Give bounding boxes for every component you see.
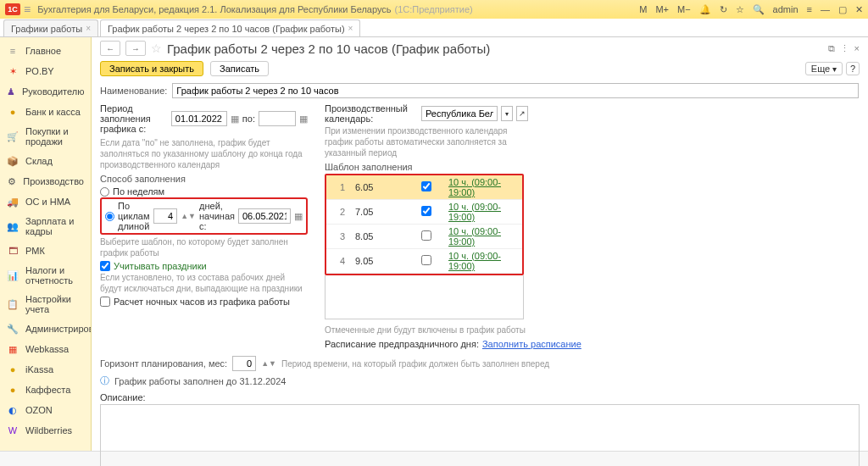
radio-by-weeks[interactable]	[100, 187, 109, 197]
sidebar-item[interactable]: WWildberries	[0, 420, 91, 441]
sidebar-item[interactable]: ●iKassa	[0, 359, 91, 380]
titlebar: 1C ≡ Бухгалтерия для Беларуси, редакция …	[0, 0, 868, 19]
calendar-icon[interactable]: ▦	[299, 114, 308, 125]
row-check[interactable]	[421, 206, 431, 216]
open-window-icon[interactable]: ⧉	[828, 43, 835, 54]
tab-graphs[interactable]: Графики работы ×	[3, 19, 98, 36]
calendar-icon[interactable]: ▦	[294, 211, 303, 222]
tab-graph-detail[interactable]: График работы 2 через 2 по 10 часов (Гра…	[100, 19, 360, 36]
app-suffix: (1С:Предприятие)	[395, 4, 473, 14]
bell-icon[interactable]: 🔔	[699, 4, 711, 15]
mem-mplus[interactable]: M+	[655, 4, 669, 14]
search-icon[interactable]: 🔍	[753, 4, 765, 15]
sidebar-item[interactable]: ✶PO.BY	[0, 61, 91, 81]
sidebar-item[interactable]: ●Каффеста	[0, 380, 91, 400]
template-row[interactable]: 49.0510 ч. (09:00-19:00)	[326, 249, 522, 274]
sidebar-item[interactable]: 🗔РМК	[0, 241, 91, 261]
sidebar-icon: 🛒	[7, 130, 19, 142]
nav-back-button[interactable]: ←	[100, 41, 120, 56]
checkbox-night[interactable]	[100, 297, 110, 307]
sidebar-icon: ✶	[7, 65, 19, 77]
help-button[interactable]: ?	[846, 62, 860, 75]
cycle-length-input[interactable]	[153, 208, 177, 224]
sidebar-icon: 👥	[7, 220, 19, 232]
sidebar-icon: 🚚	[7, 196, 19, 208]
row-time-link[interactable]: 10 ч. (09:00-19:00)	[448, 202, 501, 222]
mem-m[interactable]: M	[639, 4, 647, 14]
radio-by-weeks-label: По неделям	[113, 186, 164, 197]
sidebar-item[interactable]: 📊Налоги и отчетность	[0, 261, 91, 290]
history-icon[interactable]: ↻	[720, 4, 727, 15]
open-icon[interactable]: ↗	[516, 106, 528, 121]
horizon-note: Период времени, на который график должен…	[281, 358, 549, 369]
close-page-icon[interactable]: ×	[854, 43, 860, 54]
period-to-input[interactable]	[259, 111, 296, 126]
sidebar-item[interactable]: 🛒Покупки и продажи	[0, 122, 91, 151]
sidebar-item[interactable]: 📦Склад	[0, 151, 91, 171]
sidebar-item[interactable]: ▦Webkassa	[0, 339, 91, 359]
sidebar: ≡Главное✶PO.BY♟Руководителю●Банк и касса…	[0, 37, 92, 451]
desc-label: Описание:	[100, 392, 860, 402]
row-check[interactable]	[421, 255, 431, 265]
horizon-label: Горизонт планирования, мес:	[100, 358, 227, 369]
favorite-icon[interactable]: ☆	[151, 42, 162, 55]
preholiday-link[interactable]: Заполнить расписание	[482, 339, 581, 349]
sidebar-item[interactable]: ⚙Производство	[0, 171, 91, 191]
row-date: 6.05	[350, 175, 409, 200]
row-time-link[interactable]: 10 ч. (09:00-19:00)	[448, 177, 501, 197]
sidebar-icon: ●	[7, 384, 19, 396]
tab-close-icon[interactable]: ×	[86, 24, 91, 33]
tab-label: График работы 2 через 2 по 10 часов (Гра…	[108, 24, 345, 34]
user-label[interactable]: admin	[773, 4, 798, 14]
template-row[interactable]: 27.0510 ч. (09:00-19:00)	[326, 200, 522, 225]
sidebar-item[interactable]: ♟Руководителю	[0, 81, 91, 102]
sidebar-item[interactable]: ◐OZON	[0, 400, 91, 420]
calendar-icon[interactable]: ▦	[231, 114, 239, 125]
sidebar-item[interactable]: 📋Настройки учета	[0, 290, 91, 319]
period-from-input[interactable]	[171, 111, 227, 126]
close-icon[interactable]: ✕	[855, 4, 863, 15]
settings-icon[interactable]: ≡	[807, 4, 812, 14]
template-row[interactable]: 16.0510 ч. (09:00-19:00)	[326, 175, 522, 200]
sidebar-item[interactable]: ≡Главное	[0, 41, 91, 61]
sidebar-icon: ●	[7, 106, 19, 118]
nav-forward-button[interactable]: →	[125, 41, 146, 56]
horizon-input[interactable]	[232, 356, 256, 371]
sidebar-item[interactable]: 🚚ОС и НМА	[0, 191, 91, 212]
sidebar-icon: 🔧	[7, 323, 19, 335]
sidebar-label: Настройки учета	[25, 294, 84, 314]
radio-by-cycles[interactable]	[105, 212, 114, 221]
name-input[interactable]	[172, 83, 859, 98]
description-input[interactable]	[100, 404, 860, 466]
mem-mminus[interactable]: M−	[677, 4, 691, 14]
sidebar-label: Банк и касса	[25, 107, 81, 117]
row-time-link[interactable]: 10 ч. (09:00-19:00)	[448, 226, 501, 247]
sidebar-icon: 📋	[7, 298, 19, 310]
cycle-start-input[interactable]	[238, 208, 291, 224]
save-close-button[interactable]: Записать и закрыть	[100, 61, 203, 76]
save-button[interactable]: Записать	[210, 61, 269, 76]
sidebar-label: Webkassa	[25, 344, 69, 354]
calendar-input[interactable]	[421, 106, 498, 121]
checkbox-holidays[interactable]	[100, 261, 110, 271]
maximize-icon[interactable]: ▢	[838, 4, 847, 15]
sidebar-item[interactable]: 🔧Администрирование	[0, 319, 91, 339]
sidebar-item[interactable]: ●Банк и касса	[0, 102, 91, 122]
row-check[interactable]	[421, 181, 431, 191]
radio-by-cycles-label: По циклам длиной	[118, 201, 150, 231]
sidebar-label: Покупки и продажи	[25, 126, 84, 147]
sidebar-item[interactable]: 👥Зарплата и кадры	[0, 212, 91, 241]
sidebar-icon: 🗔	[7, 245, 19, 257]
minimize-icon[interactable]: —	[821, 4, 830, 14]
tab-close-icon[interactable]: ×	[348, 24, 353, 33]
burger-icon[interactable]: ≡	[24, 3, 31, 16]
kebab-icon[interactable]: ⋮	[840, 43, 849, 54]
dropdown-icon[interactable]: ▾	[501, 106, 513, 121]
star-icon[interactable]: ☆	[736, 4, 744, 15]
row-time-link[interactable]: 10 ч. (09:00-19:00)	[448, 251, 501, 271]
sidebar-icon: ⚙	[7, 175, 16, 187]
sidebar-icon: ●	[7, 363, 19, 375]
row-check[interactable]	[421, 230, 431, 241]
more-button[interactable]: Еще ▾	[805, 62, 843, 75]
template-row[interactable]: 38.0510 ч. (09:00-19:00)	[326, 225, 522, 249]
